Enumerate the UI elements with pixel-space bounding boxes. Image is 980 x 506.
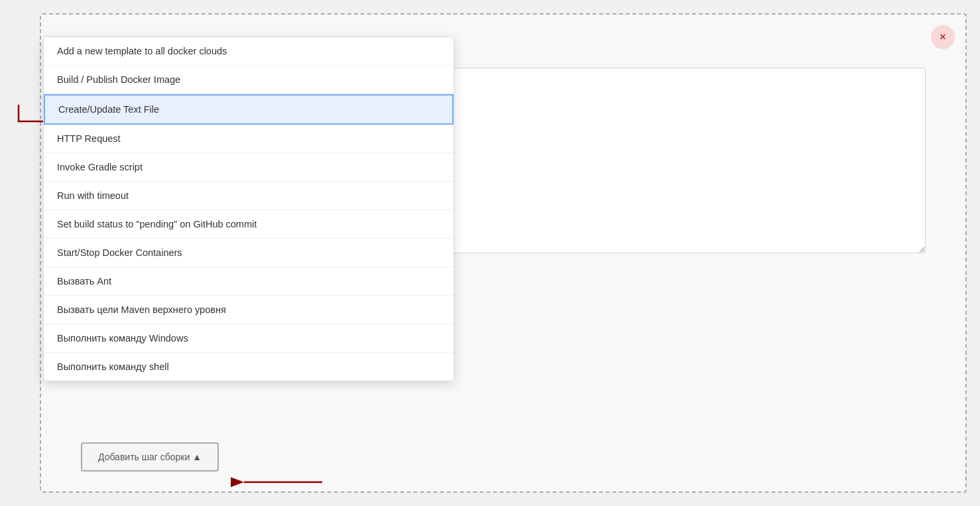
- dropdown-item-execute-shell[interactable]: Выполнить команду shell: [44, 353, 454, 381]
- bottom-arrow: [237, 470, 324, 494]
- dropdown-item-invoke-gradle[interactable]: Invoke Gradle script: [44, 153, 454, 182]
- dropdown-item-build-publish[interactable]: Build / Publish Docker Image: [44, 66, 454, 94]
- dropdown-item-execute-windows[interactable]: Выполнить команду Windows: [44, 324, 454, 353]
- dropdown-menu: Add a new template to all docker cloudsB…: [43, 36, 454, 381]
- dropdown-item-http-request[interactable]: HTTP Request: [44, 125, 454, 153]
- add-step-label: Добавить шаг сборки ▲: [98, 452, 202, 462]
- close-button[interactable]: ×: [931, 25, 955, 49]
- dropdown-item-add-template[interactable]: Add a new template to all docker clouds: [44, 37, 454, 66]
- dropdown-item-invoke-maven[interactable]: Вызвать цели Maven верхнего уровня: [44, 296, 454, 324]
- dropdown-item-invoke-ant[interactable]: Вызвать Ant: [44, 267, 454, 296]
- dropdown-item-run-timeout[interactable]: Run with timeout: [44, 182, 454, 210]
- close-icon: ×: [940, 31, 946, 43]
- dropdown-item-create-update-file[interactable]: Create/Update Text File: [44, 94, 454, 125]
- add-step-button[interactable]: Добавить шаг сборки ▲: [81, 442, 219, 472]
- dropdown-item-start-stop-docker[interactable]: Start/Stop Docker Containers: [44, 239, 454, 267]
- dropdown-item-set-build-status[interactable]: Set build status to "pending" on GitHub …: [44, 210, 454, 239]
